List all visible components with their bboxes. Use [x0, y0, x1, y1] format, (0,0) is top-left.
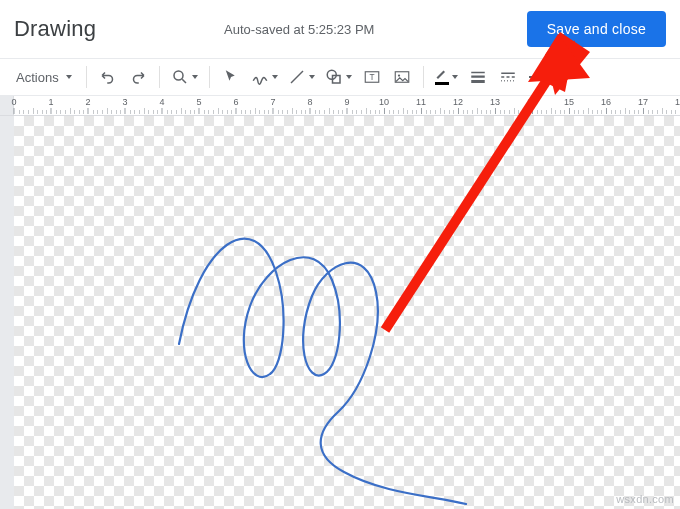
- line-start-button[interactable]: [525, 64, 551, 90]
- ruler-tick: 2: [85, 96, 90, 114]
- ruler-tick: 14: [527, 96, 537, 114]
- line-tool[interactable]: [285, 64, 318, 90]
- svg-point-8: [398, 74, 400, 76]
- line-dash-icon: [499, 68, 517, 86]
- shape-tool[interactable]: [322, 64, 355, 90]
- ruler-tick: 9: [344, 96, 349, 114]
- ruler-tick: 8: [307, 96, 312, 114]
- ruler-tick: 13: [490, 96, 500, 114]
- line-color-icon: [435, 69, 449, 85]
- svg-rect-10: [471, 76, 485, 78]
- ruler-tick: 18: [675, 96, 680, 114]
- ruler-tick: 12: [453, 96, 463, 114]
- zoom-button[interactable]: [168, 64, 201, 90]
- undo-button[interactable]: [95, 64, 121, 90]
- select-tool[interactable]: [218, 64, 244, 90]
- drawing-canvas[interactable]: [0, 116, 680, 509]
- redo-icon: [129, 68, 147, 86]
- redo-button[interactable]: [125, 64, 151, 90]
- shape-icon: [325, 68, 343, 86]
- svg-line-1: [182, 79, 186, 83]
- image-tool[interactable]: [389, 64, 415, 90]
- chevron-down-icon: [272, 75, 278, 79]
- textbox-tool[interactable]: T: [359, 64, 385, 90]
- autosave-status: Auto-saved at 5:25:23 PM: [224, 22, 374, 37]
- ruler-tick: 11: [416, 96, 426, 114]
- ruler-tick: 15: [564, 96, 574, 114]
- actions-label: Actions: [16, 70, 59, 85]
- ruler-tick: 0: [11, 96, 16, 114]
- zoom-icon: [171, 68, 189, 86]
- separator: [209, 66, 210, 88]
- chevron-down-icon: [66, 75, 72, 79]
- header: Drawing Auto-saved at 5:25:23 PM Save an…: [0, 0, 680, 58]
- ruler-tick: 4: [159, 96, 164, 114]
- ruler-tick: 5: [196, 96, 201, 114]
- chevron-down-icon: [192, 75, 198, 79]
- line-start-icon: [529, 76, 547, 78]
- chevron-down-icon: [309, 75, 315, 79]
- scribble-tool[interactable]: [248, 64, 281, 90]
- svg-text:T: T: [369, 73, 374, 82]
- line-color-button[interactable]: [432, 64, 461, 90]
- separator: [159, 66, 160, 88]
- ruler-tick: 6: [233, 96, 238, 114]
- line-end-icon: [559, 76, 577, 78]
- page-title: Drawing: [14, 16, 96, 42]
- save-and-close-button[interactable]: Save and close: [527, 11, 666, 47]
- svg-rect-9: [471, 72, 485, 74]
- ruler-tick: 7: [270, 96, 275, 114]
- textbox-icon: T: [363, 68, 381, 86]
- chevron-down-icon: [452, 75, 458, 79]
- svg-line-2: [291, 71, 303, 83]
- scribble-drawing: [14, 116, 680, 509]
- ruler: 0123456789101112131415161718: [0, 96, 680, 116]
- ruler-tick: 3: [122, 96, 127, 114]
- select-icon: [222, 68, 240, 86]
- ruler-tick: 1: [48, 96, 53, 114]
- line-end-button[interactable]: [555, 64, 581, 90]
- actions-menu[interactable]: Actions: [8, 64, 78, 90]
- ruler-tick: 17: [638, 96, 648, 114]
- undo-icon: [99, 68, 117, 86]
- toolbar: Actions T: [0, 58, 680, 96]
- watermark: wsxdn.com: [616, 493, 674, 505]
- line-weight-button[interactable]: [465, 64, 491, 90]
- image-icon: [393, 68, 411, 86]
- svg-rect-11: [471, 80, 485, 83]
- line-weight-icon: [469, 68, 487, 86]
- separator: [86, 66, 87, 88]
- line-icon: [288, 68, 306, 86]
- separator: [423, 66, 424, 88]
- line-dash-button[interactable]: [495, 64, 521, 90]
- ruler-tick: 16: [601, 96, 611, 114]
- chevron-down-icon: [346, 75, 352, 79]
- ruler-tick: 10: [379, 96, 389, 114]
- svg-point-0: [174, 71, 183, 80]
- scribble-icon: [251, 68, 269, 86]
